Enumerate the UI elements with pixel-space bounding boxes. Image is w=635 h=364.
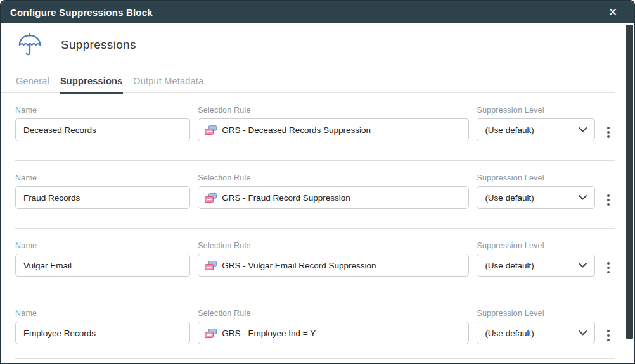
suppression-level-select[interactable]: (Use default) [477, 186, 595, 209]
tab-output-metadata[interactable]: Output Metadata [132, 72, 204, 94]
suppression-row: Name Selection Rule GRS - Fraud Record S… [15, 161, 615, 229]
tab-suppressions[interactable]: Suppressions [60, 72, 123, 94]
kebab-menu-button[interactable] [601, 121, 615, 144]
selection-rule-field[interactable]: GRS - Fraud Record Suppression [198, 186, 469, 209]
selection-rule-label: Selection Rule [198, 241, 469, 250]
page-title: Suppressions [61, 38, 136, 52]
name-label: Name [15, 309, 190, 318]
name-input[interactable] [15, 322, 190, 344]
name-label: Name [15, 106, 190, 115]
suppression-level-value: (Use default) [485, 193, 534, 203]
umbrella-icon [16, 30, 43, 60]
suppressions-list: Name Selection Rule GRS - Deceased Recor… [1, 93, 615, 359]
rule-cards-icon [205, 125, 217, 135]
suppression-row: Name Selection Rule GRS - Deceased Recor… [15, 93, 615, 161]
suppression-level-select[interactable]: (Use default) [477, 254, 595, 277]
suppression-level-label: Suppression Level [477, 241, 595, 250]
modal-title: Configure Suppressions Block [10, 7, 153, 18]
rule-cards-icon [205, 193, 217, 203]
suppression-level-label: Suppression Level [477, 309, 595, 318]
selection-rule-value: GRS - Fraud Record Suppression [222, 193, 350, 203]
modal-titlebar: Configure Suppressions Block ✕ [1, 1, 634, 23]
name-label: Name [15, 241, 190, 250]
suppression-level-label: Suppression Level [477, 106, 595, 115]
suppression-level-value: (Use default) [485, 329, 534, 338]
rule-cards-icon [205, 261, 217, 270]
suppression-row: Name Selection Rule GRS - Vulgar Email R… [15, 229, 615, 296]
suppression-level-select[interactable]: (Use default) [477, 118, 595, 141]
selection-rule-value: GRS - Deceased Records Suppression [222, 125, 371, 135]
chevron-down-icon [579, 195, 587, 200]
name-input[interactable] [15, 254, 190, 277]
chevron-down-icon [579, 263, 587, 268]
selection-rule-label: Selection Rule [198, 106, 469, 115]
chevron-down-icon [579, 330, 587, 336]
chevron-down-icon [579, 127, 587, 132]
name-input[interactable] [15, 118, 190, 141]
kebab-menu-button[interactable] [601, 324, 615, 347]
kebab-menu-button[interactable] [601, 256, 615, 279]
selection-rule-label: Selection Rule [198, 309, 469, 318]
configure-suppressions-modal: Configure Suppressions Block ✕ Suppressi… [0, 0, 635, 364]
scrollbar-track[interactable] [625, 23, 634, 363]
name-label: Name [15, 173, 190, 182]
tab-general[interactable]: General [15, 72, 50, 94]
selection-rule-value: GRS - Vulgar Email Record Suppression [222, 261, 376, 270]
block-heading: Suppressions [1, 23, 634, 66]
suppression-level-select[interactable]: (Use default) [477, 322, 595, 344]
rule-cards-icon [205, 329, 217, 338]
tab-bar: General Suppressions Output Metadata [1, 72, 615, 93]
selection-rule-field[interactable]: GRS - Vulgar Email Record Suppression [198, 254, 469, 277]
suppression-level-value: (Use default) [485, 261, 534, 270]
close-icon[interactable]: ✕ [606, 6, 620, 20]
selection-rule-label: Selection Rule [198, 173, 469, 182]
selection-rule-value: GRS - Employee Ind = Y [222, 329, 316, 338]
scrollbar-thumb[interactable] [626, 25, 633, 339]
selection-rule-field[interactable]: GRS - Employee Ind = Y [198, 322, 469, 344]
kebab-menu-button[interactable] [601, 189, 615, 211]
suppression-level-value: (Use default) [485, 125, 534, 135]
selection-rule-field[interactable]: GRS - Deceased Records Suppression [198, 118, 469, 141]
name-input[interactable] [15, 186, 190, 209]
suppression-level-label: Suppression Level [477, 173, 595, 182]
suppression-row: Name Selection Rule GRS - Employee Ind =… [15, 296, 615, 359]
